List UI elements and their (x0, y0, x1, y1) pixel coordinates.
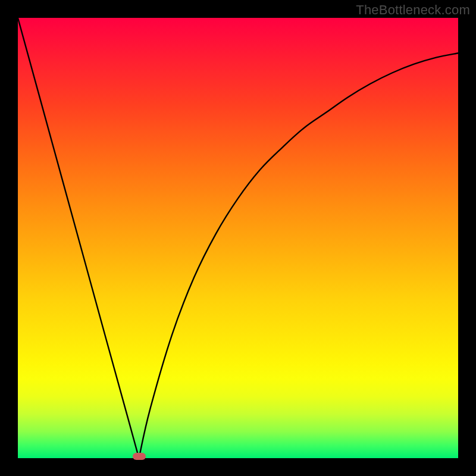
minimum-marker (133, 453, 146, 460)
curve-layer (18, 18, 458, 458)
chart-frame: TheBottleneck.com (0, 0, 476, 476)
curve-left-branch (18, 18, 139, 458)
attribution-text: TheBottleneck.com (356, 2, 470, 18)
curve-right-branch (139, 53, 459, 458)
plot-area (18, 18, 458, 458)
